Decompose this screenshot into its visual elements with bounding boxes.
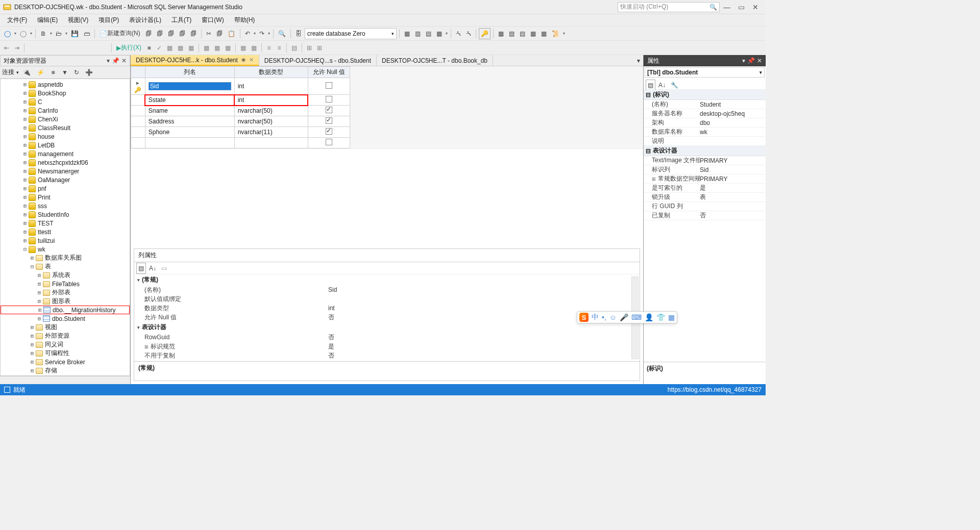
- expand-icon[interactable]: ⊞: [36, 298, 42, 304]
- column-grid[interactable]: 列名 数据类型 允许 Null 值 ▸🔑intSstateintSnamenva…: [131, 66, 350, 148]
- tabs-dropdown-icon[interactable]: ▾: [634, 55, 643, 66]
- expand-icon[interactable]: ⊞: [36, 290, 42, 295]
- ime-skin-icon[interactable]: 👕: [656, 313, 665, 321]
- prop-row[interactable]: 默认值或绑定: [134, 294, 640, 304]
- prop-category-designer[interactable]: ⊟表设计器: [644, 146, 766, 156]
- table-row[interactable]: [131, 138, 350, 148]
- save-button[interactable]: 💾: [69, 28, 81, 39]
- tb2-5[interactable]: ▦: [212, 42, 222, 54]
- prop-row[interactable]: 是可索引的是: [644, 184, 766, 193]
- oe-filter-icon[interactable]: ▼: [60, 67, 70, 78]
- expand-icon[interactable]: ⊞: [37, 307, 43, 313]
- props-page-icon[interactable]: ▭: [159, 263, 169, 274]
- database-combo[interactable]: create database Zero ▾: [305, 28, 397, 39]
- tb-rel-2[interactable]: ᔀ: [464, 28, 473, 39]
- tree-node[interactable]: ⊞图形表: [1, 297, 130, 306]
- nullable-checkbox[interactable]: [326, 139, 332, 145]
- tb2-3[interactable]: ▦: [186, 42, 196, 54]
- tb2-8[interactable]: ▦: [249, 42, 259, 54]
- tb-exec-3[interactable]: ▤: [424, 28, 433, 39]
- prop-row[interactable]: 服务器名称desktop-ojc5heq: [644, 109, 766, 118]
- execute-button[interactable]: ▶ 执行(X): [114, 42, 143, 54]
- table-row[interactable]: Saddressnvarchar(50): [131, 116, 350, 127]
- tree-node[interactable]: ⊞dbo.__MigrationHistory: [1, 306, 130, 314]
- menu-project[interactable]: 项目(P): [93, 15, 124, 26]
- tree-node[interactable]: ⊟表: [1, 262, 130, 271]
- nullable-checkbox[interactable]: [326, 117, 332, 124]
- tb-table-opt1[interactable]: ▦: [496, 28, 506, 39]
- ime-toolbox-icon[interactable]: ▦: [668, 313, 675, 321]
- tree-node[interactable]: ⊞sss: [1, 201, 130, 210]
- close-icon[interactable]: ✕: [757, 57, 762, 64]
- tree-node[interactable]: ⊞OaManager: [1, 175, 130, 184]
- nullable-checkbox[interactable]: [326, 82, 332, 89]
- parse-button[interactable]: ✓: [155, 42, 164, 54]
- expand-icon[interactable]: ⊞: [22, 212, 28, 217]
- indent-left-button[interactable]: ⇤: [2, 42, 11, 54]
- prop-row[interactable]: 标识列Sid: [644, 165, 766, 174]
- prop-row[interactable]: 数据库名称wk: [644, 128, 766, 137]
- undo-button[interactable]: ↶: [243, 28, 252, 39]
- tree-node[interactable]: ⊞house: [1, 132, 130, 141]
- tree-node[interactable]: ⊞Newsmanerger: [1, 167, 130, 175]
- tree-node[interactable]: ⊞CarInfo: [1, 106, 130, 115]
- properties-selector[interactable]: [Tbl] dbo.Student ▾: [645, 67, 765, 78]
- tb-script-button[interactable]: 📜: [550, 28, 561, 39]
- expand-icon[interactable]: ⊞: [22, 160, 28, 165]
- expand-icon[interactable]: ⊞: [22, 151, 28, 157]
- tb-exec-1[interactable]: ▦: [402, 28, 412, 39]
- wrench-icon[interactable]: 🔧: [669, 80, 680, 91]
- tree-node[interactable]: ⊞视图: [1, 323, 130, 332]
- prop-row[interactable]: ⊞常规数据空间规范PRIMARY: [644, 174, 766, 184]
- prop-row[interactable]: (名称)Student: [644, 100, 766, 109]
- expand-icon[interactable]: ⊞: [22, 108, 28, 113]
- tree-node[interactable]: ⊞aspnetdb: [1, 80, 130, 89]
- menu-view[interactable]: 视图(V): [63, 15, 93, 26]
- tb-table-opt2[interactable]: ▧: [507, 28, 517, 39]
- tb2-11[interactable]: ▤: [289, 42, 299, 54]
- table-row[interactable]: Sstateint: [131, 95, 350, 106]
- expand-icon[interactable]: ⊞: [36, 272, 42, 278]
- tree-node[interactable]: ⊞安全性: [1, 375, 130, 376]
- expand-icon[interactable]: ⊞: [29, 324, 35, 330]
- tb2-12[interactable]: ⊞: [305, 42, 314, 54]
- expand-icon[interactable]: ⊞: [29, 342, 35, 347]
- ime-lang[interactable]: 中: [592, 313, 599, 322]
- oe-stop-icon[interactable]: ■: [48, 67, 58, 78]
- column-type-cell[interactable]: nvarchar(50): [234, 106, 308, 116]
- tb-table-opt5[interactable]: ▦: [539, 28, 549, 39]
- copy-button[interactable]: 🗐: [214, 28, 225, 39]
- pin-icon[interactable]: 📌: [747, 57, 755, 64]
- indent-right-button[interactable]: ⇥: [12, 42, 21, 54]
- tb-exec-2[interactable]: ▥: [413, 28, 423, 39]
- ime-toolbar[interactable]: S 中 •, ☺ 🎤 ⌨ 👤 👕 ▦: [577, 311, 677, 323]
- prop-row[interactable]: 允许 Null 值否: [134, 313, 640, 322]
- tb-icon-4[interactable]: 🗐: [177, 28, 187, 39]
- prop-row[interactable]: ⊞标识规范是: [134, 342, 640, 351]
- expand-icon[interactable]: ⊞: [22, 238, 28, 243]
- expand-icon[interactable]: ⊞: [22, 177, 28, 183]
- tab-student-2[interactable]: DESKTOP-OJC5HEQ...s - dbo.Student: [259, 55, 377, 66]
- menu-window[interactable]: 窗口(W): [197, 15, 229, 26]
- prop-row[interactable]: RowGuid否: [134, 333, 640, 342]
- object-explorer-tree[interactable]: ⊞aspnetdb⊞BookShop⊞C⊞CarInfo⊞ChenXi⊞Clas…: [0, 79, 130, 376]
- open-button[interactable]: 🗁: [54, 28, 64, 39]
- column-name-input[interactable]: [149, 82, 231, 90]
- tb2-1[interactable]: ▦: [165, 42, 175, 54]
- minimize-button[interactable]: —: [720, 3, 734, 11]
- tb2-13[interactable]: ⊞: [315, 42, 324, 54]
- tab-book-db[interactable]: DESKTOP-OJC5HE...T - dbo.Book_db: [377, 55, 493, 66]
- tb2-2[interactable]: ▦: [176, 42, 185, 54]
- menu-help[interactable]: 帮助(H): [229, 15, 260, 26]
- expand-icon[interactable]: ⊞: [22, 99, 28, 105]
- expand-icon[interactable]: ⊞: [22, 220, 28, 226]
- expand-icon[interactable]: ⊞: [22, 229, 28, 235]
- tree-node[interactable]: ⊟wk: [1, 245, 130, 254]
- paste-button[interactable]: 📋: [226, 28, 237, 39]
- maximize-button[interactable]: ▭: [734, 3, 748, 11]
- nullable-checkbox[interactable]: [326, 128, 332, 135]
- expand-icon[interactable]: ⊞: [29, 350, 35, 356]
- expand-icon[interactable]: ⊞: [22, 186, 28, 191]
- menu-table-designer[interactable]: 表设计器(L): [124, 15, 166, 26]
- oe-add-icon[interactable]: ➕: [83, 67, 95, 78]
